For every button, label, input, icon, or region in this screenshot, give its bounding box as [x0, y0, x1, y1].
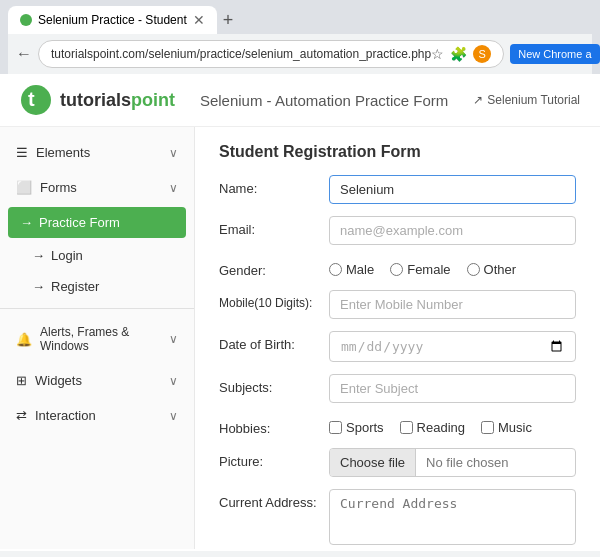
url-text: tutorialspoint.com/selenium/practice/sel… [51, 47, 431, 61]
name-input[interactable] [329, 175, 576, 204]
choose-file-button[interactable]: Choose file [330, 449, 416, 476]
address-textarea[interactable] [329, 489, 576, 545]
sidebar-item-forms[interactable]: ⬜ Forms ∨ [0, 170, 194, 205]
sidebar-sub-register[interactable]: → Register [0, 271, 194, 302]
browser-tab[interactable]: Selenium Practice - Student ✕ [8, 6, 217, 34]
svg-text:t: t [28, 88, 35, 110]
chevron-down-icon-interaction: ∨ [169, 409, 178, 423]
hobby-sports-option[interactable]: Sports [329, 420, 384, 435]
gender-male-option[interactable]: Male [329, 262, 374, 277]
form-area: Student Registration Form Name: Email: G… [195, 127, 600, 549]
forms-icon: ⬜ [16, 180, 32, 195]
practice-form-label: Practice Form [39, 215, 120, 230]
subjects-label: Subjects: [219, 374, 329, 395]
mobile-row: Mobile(10 Digits): [219, 290, 576, 319]
sidebar-item-alerts[interactable]: 🔔 Alerts, Frames & Windows ∨ [0, 315, 194, 363]
logo-point: point [131, 90, 175, 110]
hobby-sports-label: Sports [346, 420, 384, 435]
hobby-reading-checkbox[interactable] [400, 421, 413, 434]
email-label: Email: [219, 216, 329, 237]
form-title: Student Registration Form [219, 143, 576, 161]
back-button[interactable]: ← [16, 45, 32, 63]
tutorial-link-text: Selenium Tutorial [487, 93, 580, 107]
hobbies-label: Hobbies: [219, 415, 329, 436]
address-row: Current Address: [219, 489, 576, 548]
sidebar-alerts-label: Alerts, Frames & Windows [40, 325, 169, 353]
hobbies-checkbox-group: Sports Reading Music [329, 415, 576, 435]
hobby-reading-label: Reading [417, 420, 465, 435]
hobby-sports-checkbox[interactable] [329, 421, 342, 434]
new-tab-button[interactable]: + [217, 10, 240, 31]
subjects-row: Subjects: [219, 374, 576, 403]
widgets-icon: ⊞ [16, 373, 27, 388]
mobile-label: Mobile(10 Digits): [219, 290, 329, 310]
register-label: Register [51, 279, 99, 294]
gender-label: Gender: [219, 257, 329, 278]
hobby-music-checkbox[interactable] [481, 421, 494, 434]
mobile-input[interactable] [329, 290, 576, 319]
gender-row: Gender: Male Female Other [219, 257, 576, 278]
dob-label: Date of Birth: [219, 331, 329, 352]
chevron-down-icon-widgets: ∨ [169, 374, 178, 388]
gender-radio-group: Male Female Other [329, 257, 576, 277]
chevron-down-icon: ∨ [169, 146, 178, 160]
url-bar[interactable]: tutorialspoint.com/selenium/practice/sel… [38, 40, 504, 68]
name-label: Name: [219, 175, 329, 196]
bell-icon: 🔔 [16, 332, 32, 347]
email-row: Email: [219, 216, 576, 245]
svg-point-0 [21, 85, 51, 115]
chevron-down-icon-forms: ∨ [169, 181, 178, 195]
hobby-reading-option[interactable]: Reading [400, 420, 465, 435]
site-title: Selenium - Automation Practice Form [200, 92, 448, 109]
profile-icon[interactable]: S [473, 45, 491, 63]
address-label: Current Address: [219, 489, 329, 510]
sidebar-item-elements[interactable]: Elements ∨ [0, 135, 194, 170]
dob-input[interactable] [329, 331, 576, 362]
sidebar-widgets-label: Widgets [35, 373, 82, 388]
sidebar-sub-practice-form[interactable]: → Practice Form [8, 207, 186, 238]
gender-male-label: Male [346, 262, 374, 277]
external-link-icon [473, 93, 483, 107]
sidebar: Elements ∨ ⬜ Forms ∨ → Practice Form → L… [0, 127, 195, 549]
hobby-music-option[interactable]: Music [481, 420, 532, 435]
interaction-icon: ⇄ [16, 408, 27, 423]
logo-icon: t [20, 84, 52, 116]
gender-other-label: Other [484, 262, 517, 277]
gender-female-radio[interactable] [390, 263, 403, 276]
hamburger-icon [16, 145, 28, 160]
hobby-music-label: Music [498, 420, 532, 435]
tab-close-icon[interactable]: ✕ [193, 12, 205, 28]
subjects-input[interactable] [329, 374, 576, 403]
sidebar-item-interaction[interactable]: ⇄ Interaction ∨ [0, 398, 194, 433]
dob-row: Date of Birth: [219, 331, 576, 362]
hobbies-row: Hobbies: Sports Reading Musi [219, 415, 576, 436]
new-chrome-button[interactable]: New Chrome a [510, 44, 599, 64]
tab-title: Selenium Practice - Student [38, 13, 187, 27]
arrow-icon: → [20, 215, 33, 230]
picture-label: Picture: [219, 448, 329, 469]
sidebar-item-widgets[interactable]: ⊞ Widgets ∨ [0, 363, 194, 398]
site-header: t tutorialspoint Selenium - Automation P… [0, 74, 600, 127]
gender-other-option[interactable]: Other [467, 262, 517, 277]
chevron-down-icon-alerts: ∨ [169, 332, 178, 346]
sidebar-sub-login[interactable]: → Login [0, 240, 194, 271]
email-input[interactable] [329, 216, 576, 245]
file-no-file-label: No file chosen [416, 449, 518, 476]
extensions-icon[interactable]: 🧩 [450, 46, 467, 62]
gender-male-radio[interactable] [329, 263, 342, 276]
picture-row: Picture: Choose file No file chosen [219, 448, 576, 477]
file-input-area[interactable]: Choose file No file chosen [329, 448, 576, 477]
gender-female-option[interactable]: Female [390, 262, 450, 277]
gender-other-radio[interactable] [467, 263, 480, 276]
sidebar-elements-label: Elements [36, 145, 90, 160]
logo-tutorials: tutorials [60, 90, 131, 110]
tutorial-link[interactable]: Selenium Tutorial [473, 93, 580, 107]
login-label: Login [51, 248, 83, 263]
bookmark-icon[interactable]: ☆ [431, 46, 444, 62]
arrow-register-icon: → [32, 279, 45, 294]
logo-text: tutorialspoint [60, 90, 175, 111]
name-row: Name: [219, 175, 576, 204]
arrow-login-icon: → [32, 248, 45, 263]
gender-female-label: Female [407, 262, 450, 277]
logo-area: t tutorialspoint [20, 84, 175, 116]
